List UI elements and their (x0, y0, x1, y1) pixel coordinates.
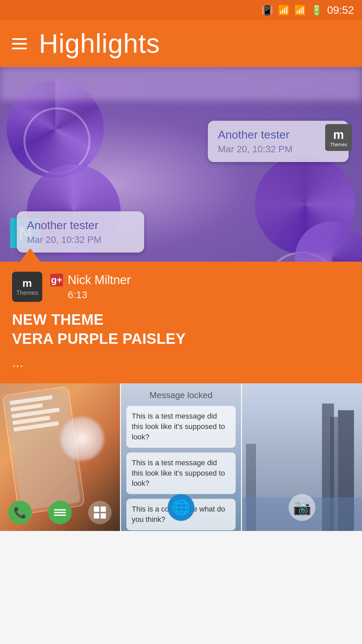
thumbnails-section: 📞 (0, 383, 362, 531)
post-time: 6:13 (68, 289, 131, 301)
thumbnail-3-bg: 📷 (242, 383, 362, 531)
status-icons: 📳 📶 📶 🔋 09:52 (261, 4, 354, 16)
globe-icon: 🌐 (168, 494, 194, 521)
thumbnail-2-bg: Message locked This is a test message di… (121, 383, 241, 531)
hero-blur-overlay (0, 67, 362, 101)
post-more: ... (12, 355, 350, 370)
post-meta: g+ Nick Miltner 6:13 (50, 273, 131, 301)
post-card: m Themes g+ Nick Miltner 6:13 NEW THEME … (0, 262, 362, 383)
selected-indicator-arrow (20, 248, 40, 262)
chat-bubble-2-name: Another tester (27, 219, 134, 232)
thumbnail-1-bg: 📞 (0, 383, 120, 531)
camera-icon: 📷 (289, 494, 315, 521)
lock-msg-1: This is a test message did this look lik… (126, 406, 236, 447)
message-icon (48, 501, 72, 524)
chat-bubble-2-time: Mar 20, 10:32 PM (27, 234, 134, 245)
grid-icon (88, 501, 112, 524)
svg-rect-2 (54, 515, 66, 516)
signal-icon: 📶 (294, 5, 306, 16)
chat-bubble-2: Another tester Mar 20, 10:32 PM (17, 211, 144, 253)
status-time: 09:52 (327, 4, 354, 16)
post-header: m Themes g+ Nick Miltner 6:13 (12, 272, 350, 302)
chat-bubble-1: Another tester Mar 20, 10:32 PM m Themes (208, 121, 349, 162)
thumbnail-3[interactable]: 📷 (242, 383, 362, 531)
themes-icon-badge: m Themes (325, 124, 352, 151)
chat-bubble-1-name: Another tester (218, 128, 339, 141)
svg-rect-3 (94, 506, 99, 512)
google-plus-icon: g+ (50, 274, 63, 286)
hero-background: Another tester Mar 20, 10:32 PM m Themes… (0, 67, 362, 262)
post-author-name: Nick Miltner (68, 273, 131, 287)
vibrate-icon: 📳 (261, 5, 273, 16)
menu-button[interactable] (12, 38, 27, 49)
thumb-1-icons-row: 📞 (0, 501, 120, 524)
post-avatar: m Themes (12, 272, 42, 302)
wifi-icon: 📶 (278, 5, 290, 16)
app-bar: Highlights (0, 20, 362, 67)
glowing-orb (60, 417, 104, 461)
svg-rect-4 (101, 506, 106, 512)
post-author-row: g+ Nick Miltner (50, 273, 131, 287)
svg-rect-5 (94, 513, 99, 519)
thumbnail-1[interactable]: 📞 (0, 383, 121, 531)
lock-msg-2: This is a test message did this look lik… (126, 452, 236, 494)
svg-rect-1 (54, 512, 66, 513)
lock-title: Message locked (126, 390, 236, 400)
post-title-line1: NEW THEME VERA PURPLE PAISLEY (12, 310, 350, 348)
svg-rect-0 (54, 509, 66, 511)
app-title: Highlights (39, 28, 160, 59)
chat-bubble-1-time: Mar 20, 10:32 PM (218, 144, 339, 155)
battery-icon: 🔋 (311, 5, 322, 16)
thumbnail-2[interactable]: Message locked This is a test message di… (121, 383, 242, 531)
phone-icon: 📞 (8, 501, 32, 524)
svg-rect-6 (101, 513, 106, 519)
hero-section: Another tester Mar 20, 10:32 PM m Themes… (0, 67, 362, 262)
status-bar: 📳 📶 📶 🔋 09:52 (0, 0, 362, 20)
